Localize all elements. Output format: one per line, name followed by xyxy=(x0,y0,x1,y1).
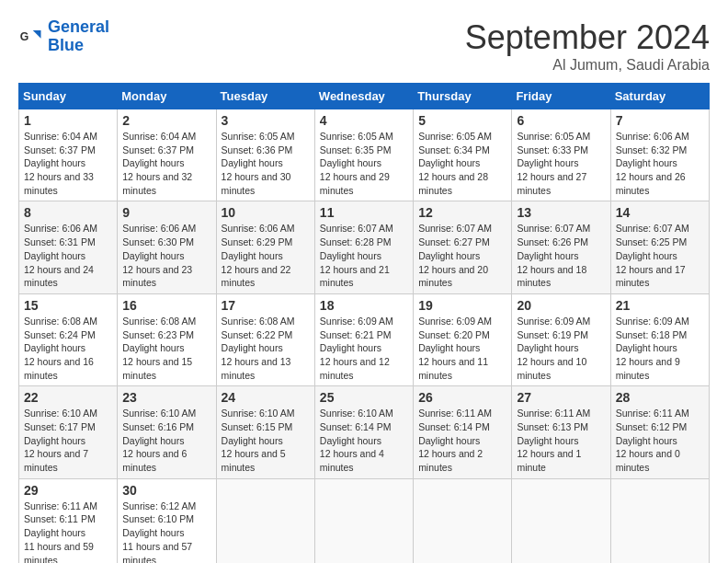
day-detail: Sunrise: 6:08 AMSunset: 6:24 PMDaylight … xyxy=(24,315,112,382)
day-detail: Sunrise: 6:06 AMSunset: 6:30 PMDaylight … xyxy=(122,222,210,289)
calendar-week-row: 1 Sunrise: 6:04 AMSunset: 6:37 PMDayligh… xyxy=(19,109,710,201)
table-row: 7 Sunrise: 6:06 AMSunset: 6:32 PMDayligh… xyxy=(610,109,709,201)
day-number: 20 xyxy=(517,298,605,313)
day-number: 12 xyxy=(418,205,506,220)
day-number: 3 xyxy=(222,113,310,128)
logo-icon: G xyxy=(18,24,44,50)
day-number: 28 xyxy=(616,390,704,405)
table-row: 11 Sunrise: 6:07 AMSunset: 6:28 PMDaylig… xyxy=(314,201,413,293)
table-row: 26 Sunrise: 6:11 AMSunset: 6:14 PMDaylig… xyxy=(414,386,512,478)
day-number: 2 xyxy=(122,113,210,128)
day-number: 22 xyxy=(24,390,112,405)
day-number: 14 xyxy=(616,205,704,220)
day-detail: Sunrise: 6:10 AMSunset: 6:15 PMDaylight … xyxy=(222,407,310,474)
day-number: 9 xyxy=(122,205,210,220)
table-row: 16 Sunrise: 6:08 AMSunset: 6:23 PMDaylig… xyxy=(118,293,216,385)
title-block: September 2024 Al Jumum, Saudi Arabia xyxy=(465,18,710,74)
day-detail: Sunrise: 6:04 AMSunset: 6:37 PMDaylight … xyxy=(24,130,112,197)
table-row: 13 Sunrise: 6:07 AMSunset: 6:26 PMDaylig… xyxy=(512,201,610,293)
day-detail: Sunrise: 6:09 AMSunset: 6:20 PMDaylight … xyxy=(418,315,506,382)
table-row: 6 Sunrise: 6:05 AMSunset: 6:33 PMDayligh… xyxy=(512,109,610,201)
svg-text:G: G xyxy=(20,29,29,42)
day-detail: Sunrise: 6:07 AMSunset: 6:26 PMDaylight … xyxy=(517,222,605,289)
col-thursday: Thursday xyxy=(414,84,512,109)
logo-text: General Blue xyxy=(48,18,109,55)
day-number: 15 xyxy=(24,298,112,313)
table-row: 20 Sunrise: 6:09 AMSunset: 6:19 PMDaylig… xyxy=(512,293,610,385)
day-detail: Sunrise: 6:11 AMSunset: 6:12 PMDaylight … xyxy=(616,407,704,474)
empty-cell xyxy=(512,478,610,563)
col-sunday: Sunday xyxy=(19,84,118,109)
table-row: 24 Sunrise: 6:10 AMSunset: 6:15 PMDaylig… xyxy=(216,386,314,478)
day-detail: Sunrise: 6:06 AMSunset: 6:32 PMDaylight … xyxy=(616,130,704,197)
day-detail: Sunrise: 6:05 AMSunset: 6:33 PMDaylight … xyxy=(517,130,605,197)
logo-general: General xyxy=(48,17,109,36)
day-number: 4 xyxy=(320,113,408,128)
empty-cell xyxy=(314,478,413,563)
day-number: 5 xyxy=(418,113,506,128)
day-detail: Sunrise: 6:09 AMSunset: 6:19 PMDaylight … xyxy=(517,315,605,382)
table-row: 21 Sunrise: 6:09 AMSunset: 6:18 PMDaylig… xyxy=(610,293,709,385)
table-row: 22 Sunrise: 6:10 AMSunset: 6:17 PMDaylig… xyxy=(19,386,118,478)
day-detail: Sunrise: 6:07 AMSunset: 6:25 PMDaylight … xyxy=(616,222,704,289)
table-row: 12 Sunrise: 6:07 AMSunset: 6:27 PMDaylig… xyxy=(414,201,512,293)
header-row: Sunday Monday Tuesday Wednesday Thursday… xyxy=(19,84,710,109)
table-row: 15 Sunrise: 6:08 AMSunset: 6:24 PMDaylig… xyxy=(19,293,118,385)
table-row: 27 Sunrise: 6:11 AMSunset: 6:13 PMDaylig… xyxy=(512,386,610,478)
calendar-week-row: 29 Sunrise: 6:11 AMSunset: 6:11 PMDaylig… xyxy=(19,478,710,563)
calendar-table: Sunday Monday Tuesday Wednesday Thursday… xyxy=(18,83,710,563)
table-row: 17 Sunrise: 6:08 AMSunset: 6:22 PMDaylig… xyxy=(216,293,314,385)
calendar-week-row: 22 Sunrise: 6:10 AMSunset: 6:17 PMDaylig… xyxy=(19,386,710,478)
col-wednesday: Wednesday xyxy=(314,84,413,109)
page-header: G General Blue September 2024 Al Jumum, … xyxy=(18,18,710,74)
day-number: 24 xyxy=(222,390,310,405)
day-detail: Sunrise: 6:08 AMSunset: 6:22 PMDaylight … xyxy=(222,315,310,382)
table-row: 30 Sunrise: 6:12 AMSunset: 6:10 PMDaylig… xyxy=(118,478,216,563)
day-detail: Sunrise: 6:10 AMSunset: 6:17 PMDaylight … xyxy=(24,407,112,474)
day-detail: Sunrise: 6:08 AMSunset: 6:23 PMDaylight … xyxy=(122,315,210,382)
day-detail: Sunrise: 6:09 AMSunset: 6:18 PMDaylight … xyxy=(616,315,704,382)
logo: G General Blue xyxy=(18,18,109,55)
day-detail: Sunrise: 6:07 AMSunset: 6:28 PMDaylight … xyxy=(320,222,408,289)
day-detail: Sunrise: 6:11 AMSunset: 6:14 PMDaylight … xyxy=(418,407,506,474)
table-row: 1 Sunrise: 6:04 AMSunset: 6:37 PMDayligh… xyxy=(19,109,118,201)
day-number: 10 xyxy=(222,205,310,220)
table-row: 25 Sunrise: 6:10 AMSunset: 6:14 PMDaylig… xyxy=(314,386,413,478)
table-row: 4 Sunrise: 6:05 AMSunset: 6:35 PMDayligh… xyxy=(314,109,413,201)
day-detail: Sunrise: 6:12 AMSunset: 6:10 PMDaylight … xyxy=(122,500,210,563)
svg-marker-1 xyxy=(33,30,41,39)
day-number: 21 xyxy=(616,298,704,313)
day-number: 7 xyxy=(616,113,704,128)
table-row: 23 Sunrise: 6:10 AMSunset: 6:16 PMDaylig… xyxy=(118,386,216,478)
empty-cell xyxy=(216,478,314,563)
table-row: 8 Sunrise: 6:06 AMSunset: 6:31 PMDayligh… xyxy=(19,201,118,293)
col-friday: Friday xyxy=(512,84,610,109)
calendar-week-row: 15 Sunrise: 6:08 AMSunset: 6:24 PMDaylig… xyxy=(19,293,710,385)
table-row: 9 Sunrise: 6:06 AMSunset: 6:30 PMDayligh… xyxy=(118,201,216,293)
day-number: 26 xyxy=(418,390,506,405)
table-row: 3 Sunrise: 6:05 AMSunset: 6:36 PMDayligh… xyxy=(216,109,314,201)
col-tuesday: Tuesday xyxy=(216,84,314,109)
table-row: 28 Sunrise: 6:11 AMSunset: 6:12 PMDaylig… xyxy=(610,386,709,478)
day-number: 25 xyxy=(320,390,408,405)
day-detail: Sunrise: 6:05 AMSunset: 6:35 PMDaylight … xyxy=(320,130,408,197)
table-row: 10 Sunrise: 6:06 AMSunset: 6:29 PMDaylig… xyxy=(216,201,314,293)
day-detail: Sunrise: 6:06 AMSunset: 6:31 PMDaylight … xyxy=(24,222,112,289)
table-row: 29 Sunrise: 6:11 AMSunset: 6:11 PMDaylig… xyxy=(19,478,118,563)
table-row: 18 Sunrise: 6:09 AMSunset: 6:21 PMDaylig… xyxy=(314,293,413,385)
logo-blue: Blue xyxy=(48,36,84,54)
day-detail: Sunrise: 6:05 AMSunset: 6:34 PMDaylight … xyxy=(418,130,506,197)
table-row: 19 Sunrise: 6:09 AMSunset: 6:20 PMDaylig… xyxy=(414,293,512,385)
day-number: 16 xyxy=(122,298,210,313)
day-number: 30 xyxy=(122,483,210,498)
col-saturday: Saturday xyxy=(610,84,709,109)
day-detail: Sunrise: 6:10 AMSunset: 6:16 PMDaylight … xyxy=(122,407,210,474)
col-monday: Monday xyxy=(118,84,216,109)
day-detail: Sunrise: 6:11 AMSunset: 6:13 PMDaylight … xyxy=(517,407,605,474)
day-detail: Sunrise: 6:06 AMSunset: 6:29 PMDaylight … xyxy=(222,222,310,289)
table-row: 14 Sunrise: 6:07 AMSunset: 6:25 PMDaylig… xyxy=(610,201,709,293)
empty-cell xyxy=(610,478,709,563)
day-number: 19 xyxy=(418,298,506,313)
location-subtitle: Al Jumum, Saudi Arabia xyxy=(465,57,710,74)
day-number: 18 xyxy=(320,298,408,313)
